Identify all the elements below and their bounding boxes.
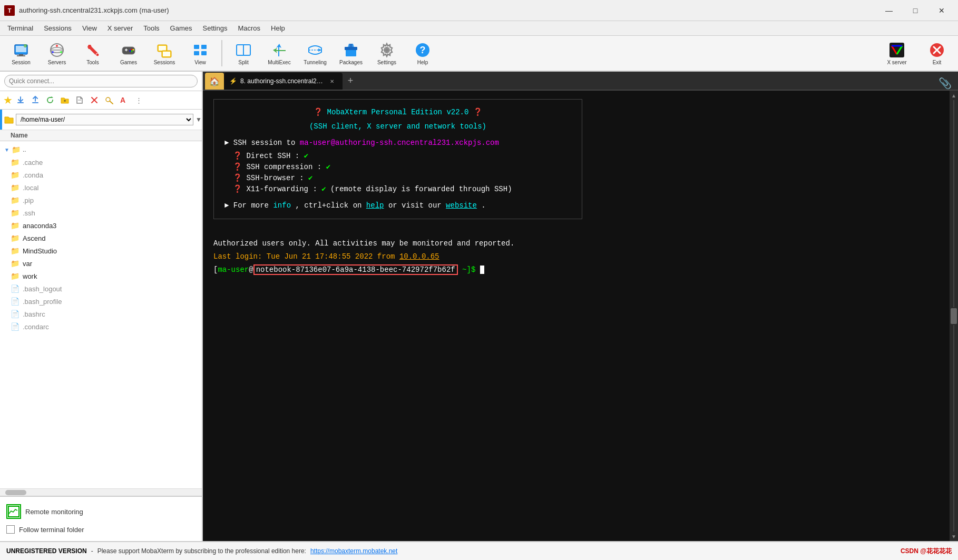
tree-item-mindstudio[interactable]: 📁 MindStudio (0, 244, 202, 257)
new-tab-button[interactable]: + (343, 73, 358, 89)
minimize-button[interactable]: — (877, 2, 901, 19)
svg-rect-34 (346, 49, 356, 56)
scroll-thumb[interactable] (951, 308, 957, 324)
tree-item-bash-profile[interactable]: 📄 .bash_profile (0, 295, 202, 308)
toolbar-multiexec[interactable]: MultiExec (262, 37, 296, 69)
tree-item-bashrc[interactable]: 📄 .bashrc (0, 308, 202, 320)
x11-forwarding-line: ❓ X11-forwarding : ✔ (remote display is … (233, 184, 571, 195)
mindstudio-label: MindStudio (23, 247, 57, 255)
active-session-tab[interactable]: ⚡ 8. authoring-ssh.cncentral231.xckpjs ✕ (224, 73, 343, 90)
toolbar-tunneling[interactable]: Tunneling (298, 37, 332, 69)
maximize-button[interactable]: □ (903, 2, 927, 19)
menu-terminal[interactable]: Terminal (2, 21, 38, 35)
tree-item-work[interactable]: 📁 work (0, 270, 202, 282)
mobatek-link[interactable]: https://mobaxterm.mobatek.net (310, 547, 397, 555)
tree-item-condarc[interactable]: 📄 .condarc (0, 320, 202, 333)
tree-expand-icon: ▼ (4, 147, 9, 153)
remote-monitoring-label: Remote monitoring (25, 508, 83, 516)
sidebar-scrollbar[interactable] (0, 488, 202, 496)
sb-separator-drag[interactable]: ⋮ (132, 93, 145, 107)
menu-view[interactable]: View (77, 21, 102, 35)
file-tree: ▼ 📁 .. 📁 .cache 📁 .conda 📁 .local 📁 .pip (0, 141, 202, 488)
help-link[interactable]: help (366, 201, 384, 210)
tunneling-label: Tunneling (304, 60, 327, 65)
last-login-line: Last login: Tue Jun 21 17:48:55 2022 fro… (213, 251, 939, 262)
tree-item-anaconda3[interactable]: 📁 anaconda3 (0, 219, 202, 232)
folder-icon-ascend: 📁 (11, 234, 19, 242)
unregistered-label: UNREGISTERED VERSION (6, 547, 87, 555)
toolbar-settings[interactable]: Settings (370, 37, 404, 69)
path-selector-row: /home/ma-user/ ▼ (4, 112, 202, 127)
follow-terminal-row[interactable]: Follow terminal folder (4, 522, 198, 537)
close-button[interactable]: ✕ (930, 2, 954, 19)
website-link[interactable]: website (446, 201, 477, 210)
tree-item-cache[interactable]: 📁 .cache (0, 156, 202, 169)
terminal-scrollbar[interactable]: ▲ ▼ (950, 91, 958, 541)
toolbar-packages[interactable]: Packages (334, 37, 368, 69)
split-icon (235, 42, 252, 58)
exit-icon (928, 42, 945, 58)
svg-text:+: + (24, 44, 26, 47)
tree-item-conda[interactable]: 📁 .conda (0, 169, 202, 181)
attach-icon[interactable]: 📎 (939, 77, 952, 90)
menu-help[interactable]: Help (266, 21, 290, 35)
toolbar-view[interactable]: View (183, 37, 217, 69)
toolbar-xserver[interactable]: X server (876, 37, 918, 69)
svg-text:A: A (120, 96, 125, 104)
toolbar-exit[interactable]: Exit (920, 37, 954, 69)
sb-key-btn[interactable] (102, 93, 116, 107)
menu-settings[interactable]: Settings (198, 21, 233, 35)
sessions-icon (156, 42, 173, 58)
svg-rect-41 (889, 43, 904, 57)
path-dropdown[interactable]: /home/ma-user/ (16, 114, 193, 125)
remote-monitoring-btn[interactable]: Remote monitoring (4, 501, 198, 522)
folder-icon-pip: 📁 (11, 196, 19, 204)
info-box-subtitle: (SSH client, X server and network tools) (224, 121, 571, 132)
scroll-down-arrow[interactable]: ▼ (950, 533, 957, 540)
root-folder-icon: 📁 (12, 145, 21, 154)
path-expand-btn[interactable]: ▼ (195, 116, 202, 123)
tree-item-var[interactable]: 📁 var (0, 257, 202, 270)
multiexec-icon (271, 42, 288, 58)
scroll-up-arrow[interactable]: ▲ (950, 92, 957, 99)
cache-label: .cache (23, 159, 43, 166)
follow-terminal-checkbox[interactable] (6, 525, 15, 534)
menu-games[interactable]: Games (165, 21, 198, 35)
home-tab[interactable]: 🏠 (205, 73, 224, 90)
tree-root-item[interactable]: ▼ 📁 .. (0, 143, 202, 156)
toolbar-servers[interactable]: Servers (40, 37, 74, 69)
svg-rect-15 (122, 47, 135, 54)
quick-connect-input[interactable] (4, 75, 198, 87)
tree-item-ascend[interactable]: 📁 Ascend (0, 232, 202, 244)
menu-sessions[interactable]: Sessions (38, 21, 77, 35)
menu-tools[interactable]: Tools (138, 21, 164, 35)
terminal-content[interactable]: ❓ MobaXterm Personal Edition v22.0 ❓ (SS… (203, 91, 950, 541)
menu-xserver[interactable]: X server (102, 21, 138, 35)
toolbar-games[interactable]: Games (112, 37, 145, 69)
session-address: ma-user@authoring-ssh.cncentral231.xckpj… (300, 139, 499, 147)
packages-icon (343, 42, 359, 58)
bash-logout-label: .bash_logout (23, 285, 62, 293)
work-label: work (23, 272, 37, 280)
toolbar-split[interactable]: Split (227, 37, 260, 69)
menu-macros[interactable]: Macros (232, 21, 266, 35)
sb-newfile-btn[interactable] (73, 93, 86, 107)
sb-refresh-btn[interactable] (43, 93, 57, 107)
toolbar-help[interactable]: ? Help (406, 37, 439, 69)
sb-delete-btn[interactable] (87, 93, 101, 107)
sb-fontsize-btn[interactable]: A (117, 93, 131, 107)
tree-item-pip[interactable]: 📁 .pip (0, 194, 202, 207)
tree-item-local[interactable]: 📁 .local (0, 181, 202, 194)
toolbar-tools[interactable]: Tools (76, 37, 110, 69)
tree-item-ssh[interactable]: 📁 .ssh (0, 207, 202, 219)
tree-item-bash-logout[interactable]: 📄 .bash_logout (0, 282, 202, 295)
tab-close-btn[interactable]: ✕ (328, 77, 336, 85)
svg-point-19 (130, 50, 131, 52)
bookmark-star-icon[interactable]: ★ (3, 94, 13, 106)
sb-newfolder-btn[interactable]: + (58, 93, 72, 107)
sb-download-btn[interactable] (14, 93, 27, 107)
tab-attach-area: 📎 (939, 77, 956, 90)
toolbar-sessions[interactable]: Sessions (148, 37, 181, 69)
toolbar-session[interactable]: + Session (4, 37, 38, 69)
sb-upload-btn[interactable] (28, 93, 42, 107)
